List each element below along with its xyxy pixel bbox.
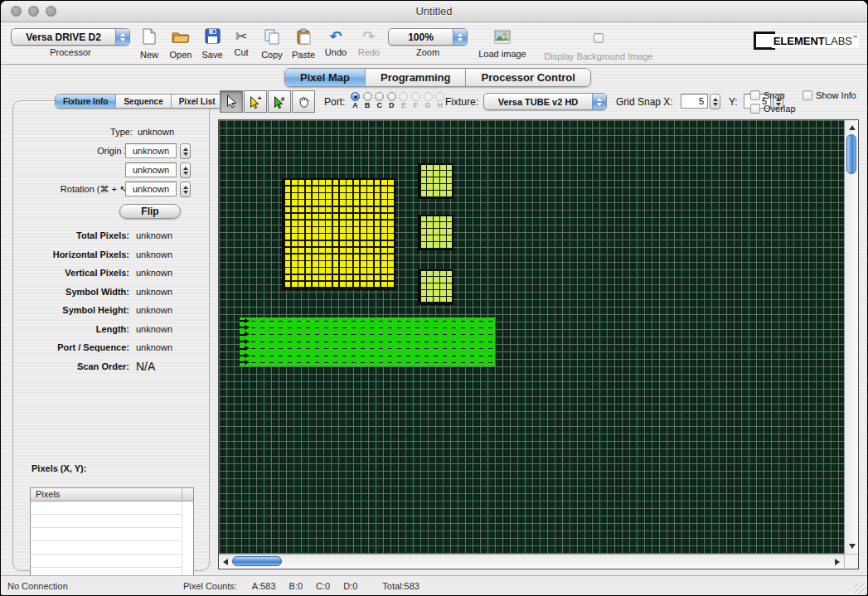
number-fixture-tool-button[interactable]: # xyxy=(268,90,291,113)
pixels-list-row[interactable] xyxy=(31,528,182,541)
dropdown-arrows-icon xyxy=(592,94,606,109)
pixels-list-row[interactable] xyxy=(31,515,182,528)
square-fixture-1[interactable] xyxy=(418,163,453,199)
info-row-label: Symbol Width: xyxy=(65,287,129,297)
open-button[interactable]: Open xyxy=(167,27,195,60)
info-row-value: unknown xyxy=(136,342,172,352)
origin-y-stepper[interactable] xyxy=(180,162,191,178)
pixels-list-row[interactable] xyxy=(31,541,182,555)
load-image-button[interactable]: Load image xyxy=(475,27,530,59)
origin-x-input[interactable] xyxy=(125,143,177,158)
port-label: Port: xyxy=(324,96,345,108)
port-e-option: E xyxy=(397,92,410,109)
fixture-dropdown[interactable]: Versa TUBE v2 HD xyxy=(483,93,607,110)
port-c-option[interactable]: C xyxy=(373,92,386,109)
info-row-label: Symbol Height: xyxy=(62,305,129,315)
pixels-xy-label: Pixels (X, Y): xyxy=(32,463,86,473)
vertical-scroll-thumb[interactable] xyxy=(846,134,856,174)
vertical-scrollbar[interactable] xyxy=(844,120,858,554)
tile-fixture[interactable] xyxy=(282,178,395,290)
redo-arrow-icon: ↷ xyxy=(360,27,378,46)
tube-fixture[interactable] xyxy=(240,359,495,366)
main-tab-processor-control[interactable]: Processor Control xyxy=(466,69,589,86)
display-background-checkbox[interactable] xyxy=(594,33,604,43)
scroll-up-arrow[interactable] xyxy=(849,125,856,130)
info-row-label: Scan Order: xyxy=(77,361,129,371)
snap-checkbox[interactable] xyxy=(750,90,760,100)
rotation-input[interactable] xyxy=(125,182,177,196)
pixel-counts-total: Total:583 xyxy=(382,581,419,591)
origin-x-stepper[interactable] xyxy=(180,143,191,159)
paste-button[interactable]: Paste xyxy=(290,27,317,60)
port-g-option: G xyxy=(422,92,434,109)
tube-fixture[interactable] xyxy=(240,352,495,359)
port-d-radio[interactable] xyxy=(387,92,396,101)
square-fixture-2[interactable] xyxy=(418,215,453,250)
add-fixture-tool-button[interactable]: + xyxy=(244,90,267,113)
pixels-list-row[interactable] xyxy=(31,502,182,515)
type-label: Type: xyxy=(110,127,133,137)
tube-fixture[interactable] xyxy=(240,338,495,345)
grid-snap-x-input[interactable] xyxy=(681,94,708,109)
horizontal-scroll-thumb[interactable] xyxy=(232,556,282,566)
rotation-label: Rotation (⌘ + ↖): xyxy=(61,184,133,195)
processor-dropdown[interactable]: Versa DRIVE D2 xyxy=(11,28,130,46)
pixels-list-header[interactable]: Pixels xyxy=(31,488,193,502)
port-h-option: H xyxy=(434,92,446,109)
scroll-right-arrow[interactable] xyxy=(835,559,840,565)
resize-grip-icon[interactable] xyxy=(855,583,866,594)
port-h-radio xyxy=(435,92,444,101)
tube-fixture[interactable] xyxy=(240,317,495,324)
horizontal-scrollbar[interactable] xyxy=(219,554,844,569)
app-window: Untitled Versa DRIVE D2 Processor New Op… xyxy=(0,0,868,596)
rotation-stepper[interactable] xyxy=(180,182,191,197)
zoom-dropdown[interactable]: 100% xyxy=(388,28,468,46)
main-tab-pixel-map[interactable]: Pixel Map xyxy=(285,69,366,86)
titlebar[interactable]: Untitled xyxy=(1,1,867,22)
copy-pages-icon xyxy=(263,27,281,46)
save-button[interactable]: Save xyxy=(200,27,225,60)
overlap-checkbox[interactable] xyxy=(750,104,760,114)
port-b-option[interactable]: B xyxy=(361,92,374,109)
tube-fixture[interactable] xyxy=(240,324,495,331)
pixels-list-row[interactable] xyxy=(31,555,182,568)
info-row: Symbol Height:unknown xyxy=(13,302,209,321)
new-button[interactable]: New xyxy=(138,27,161,60)
port-a-option[interactable]: A xyxy=(349,92,361,109)
grid-snap-x-stepper[interactable] xyxy=(710,94,720,109)
pixel-count-value: B:0 xyxy=(289,581,303,591)
undo-button[interactable]: ↶ Undo xyxy=(322,27,349,57)
paste-clipboard-icon xyxy=(294,27,313,46)
sidebar-tab-pixel-list[interactable]: Pixel List xyxy=(172,94,223,108)
scroll-left-arrow[interactable] xyxy=(223,559,228,565)
select-tool-button[interactable] xyxy=(220,90,243,113)
square-fixture-3[interactable] xyxy=(418,269,453,305)
tube-fixture-group[interactable] xyxy=(240,317,495,366)
flip-button[interactable]: Flip xyxy=(119,204,181,219)
tube-fixture[interactable] xyxy=(240,346,495,352)
cut-button[interactable]: ✂ Cut xyxy=(230,27,252,57)
sidebar-tab-fixture-info[interactable]: Fixture Info xyxy=(56,94,116,108)
origin-y-input[interactable] xyxy=(125,162,177,177)
port-c-radio[interactable] xyxy=(375,92,384,101)
main-tab-programming[interactable]: Programming xyxy=(366,69,467,86)
port-b-radio[interactable] xyxy=(363,92,372,101)
grid-snap-y-label: Y: xyxy=(729,96,738,108)
grid-snap-x-label: Grid Snap X: xyxy=(616,96,673,108)
pixel-map-grid[interactable] xyxy=(219,120,844,554)
port-a-radio[interactable] xyxy=(351,92,360,101)
sidebar-tab-sequence[interactable]: Sequence xyxy=(116,94,171,108)
show-info-checkbox[interactable] xyxy=(803,90,812,100)
pixel-count-value: C:0 xyxy=(316,581,330,591)
scroll-down-arrow[interactable] xyxy=(849,544,856,549)
pan-tool-button[interactable] xyxy=(292,90,315,113)
info-row: Horizontal Pixels:unknown xyxy=(13,246,209,265)
sidebar-tab-bar: Fixture InfoSequencePixel List xyxy=(55,94,224,109)
tube-fixture[interactable] xyxy=(240,332,495,338)
copy-button[interactable]: Copy xyxy=(259,27,285,60)
status-bar: No Connection Pixel Counts: A:583B:0C:0D… xyxy=(1,575,867,595)
new-document-icon xyxy=(140,27,158,46)
port-d-option[interactable]: D xyxy=(386,92,398,109)
info-row: Scan Order:N/A xyxy=(13,358,209,377)
redo-button[interactable]: ↷ Redo xyxy=(356,27,382,57)
